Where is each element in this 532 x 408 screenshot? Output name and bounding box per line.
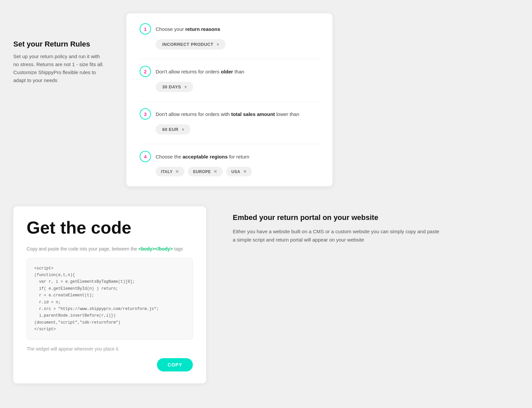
rule-header-1: 1 Choose your return reasons <box>140 23 319 35</box>
return-rules-card: 1 Choose your return reasons INCORRECT P… <box>126 13 332 186</box>
divider-3 <box>140 144 319 144</box>
get-code-title: Get the code <box>27 218 193 237</box>
code-line-7: r.src = "https://www.shippypro.com/retur… <box>34 306 185 312</box>
chevron-down-icon-3: ▾ <box>182 127 184 132</box>
return-rules-title: Set your Return Rules <box>13 40 106 49</box>
region-tag-europe: EUROPE ✕ <box>188 167 223 176</box>
copy-button[interactable]: COPY <box>157 358 193 371</box>
rule-label-1: Choose your return reasons <box>156 26 220 32</box>
rule-label-4: Choose the acceptable regions for return <box>156 154 249 159</box>
code-line-6: r.id = n; <box>34 299 185 306</box>
rule-header-4: 4 Choose the acceptable regions for retu… <box>140 151 319 162</box>
step-badge-2: 2 <box>140 66 151 77</box>
code-line-10: </script> <box>34 326 185 333</box>
rule-header-2: 2 Don't allow returns for orders older t… <box>140 66 319 77</box>
region-tag-italy: ITALY ✕ <box>156 167 185 176</box>
embed-title: Embed your return portal on your website <box>233 213 519 223</box>
tags-container: ITALY ✕ EUROPE ✕ USA ✕ <box>156 167 319 176</box>
code-line-8: i.parentNode.insertBefore(r,i)}) <box>34 312 185 319</box>
code-line-3: var r, i = e.getElementsByTagName(t)[0]; <box>34 278 185 285</box>
rule-header-3: 3 Don't allow returns for orders with to… <box>140 108 319 120</box>
rule-dropdown-1[interactable]: INCORRECT PRODUCT ▾ <box>156 39 225 50</box>
code-block: <script> (function(e,t,n){ var r, i = e.… <box>27 258 193 340</box>
return-rules-description: Set up your return policy and run it wit… <box>13 52 106 84</box>
step-badge-4: 4 <box>140 151 151 162</box>
remove-europe-button[interactable]: ✕ <box>213 169 217 174</box>
rule-item-1: 1 Choose your return reasons INCORRECT P… <box>140 23 319 50</box>
step-badge-3: 3 <box>140 108 151 120</box>
code-line-9: (document,"script","sdk-returnform") <box>34 319 185 326</box>
code-line-4: if( e.getElementById(n) ) return; <box>34 285 185 292</box>
rule-item-4: 4 Choose the acceptable regions for retu… <box>140 151 319 176</box>
remove-italy-button[interactable]: ✕ <box>175 169 179 174</box>
step-badge-1: 1 <box>140 23 151 35</box>
region-usa-label: USA <box>231 169 240 174</box>
chevron-down-icon-2: ▾ <box>185 85 187 89</box>
rule-item-3: 3 Don't allow returns for orders with to… <box>140 108 319 135</box>
top-section: Set your Return Rules Set up your return… <box>13 13 519 186</box>
rule-dropdown-3[interactable]: 60 EUR ▾ <box>156 124 191 135</box>
code-line-1: <script> <box>34 265 185 272</box>
rule-dropdown-2[interactable]: 30 DAYS ▾ <box>156 82 193 92</box>
get-code-card: Get the code Copy and paste the code int… <box>13 206 206 383</box>
code-line-2: (function(e,t,n){ <box>34 272 185 278</box>
bottom-section: Get the code Copy and paste the code int… <box>13 206 519 383</box>
rule-label-3: Don't allow returns for orders with tota… <box>156 111 299 117</box>
divider-2 <box>140 101 319 102</box>
region-italy-label: ITALY <box>161 169 173 174</box>
rule-item-2: 2 Don't allow returns for orders older t… <box>140 66 319 92</box>
divider-1 <box>140 59 319 59</box>
body-tag-highlight: <body></body> <box>138 246 173 252</box>
remove-usa-button[interactable]: ✕ <box>243 169 247 174</box>
return-rules-text: Set your Return Rules Set up your return… <box>13 13 106 84</box>
code-line-5: r = e.createElement(t); <box>34 292 185 299</box>
region-tag-usa: USA ✕ <box>226 167 252 176</box>
embed-text: Embed your return portal on your website… <box>233 206 519 244</box>
chevron-down-icon-1: ▾ <box>217 42 219 47</box>
rule-label-2: Don't allow returns for orders older tha… <box>156 69 244 74</box>
region-europe-label: EUROPE <box>193 169 211 174</box>
copy-btn-container: COPY <box>27 358 193 371</box>
embed-description: Either you have a website built on a CMS… <box>233 227 519 244</box>
widget-note: The widget will appear wherever you plac… <box>27 346 193 352</box>
code-instruction: Copy and paste the code into your page, … <box>27 245 193 253</box>
